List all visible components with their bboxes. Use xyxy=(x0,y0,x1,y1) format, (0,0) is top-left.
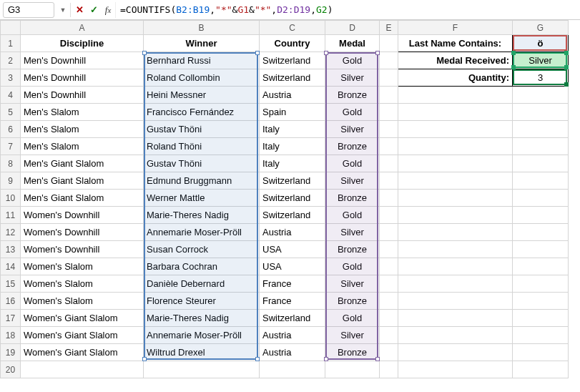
cell[interactable] xyxy=(398,241,513,258)
cell[interactable]: Francisco Fernández xyxy=(144,104,260,121)
cell[interactable] xyxy=(380,35,398,52)
cell[interactable]: France xyxy=(260,293,325,310)
cell[interactable]: Silver xyxy=(325,121,380,138)
cell[interactable]: Bernhard Russi xyxy=(144,52,260,69)
cell[interactable]: Susan Corrock xyxy=(144,241,260,258)
cell[interactable]: Bronze xyxy=(325,87,380,104)
cell[interactable]: Silver xyxy=(325,275,380,293)
cell[interactable]: Roland Thöni xyxy=(144,138,260,155)
cell[interactable]: Country xyxy=(260,35,325,52)
row-header[interactable]: 14 xyxy=(1,258,21,275)
cell[interactable] xyxy=(513,344,569,361)
cell[interactable] xyxy=(380,224,398,241)
cell[interactable]: Medal xyxy=(325,35,380,52)
cell[interactable] xyxy=(513,138,569,155)
cell[interactable] xyxy=(398,327,513,344)
cell[interactable] xyxy=(380,155,398,172)
cell[interactable]: Winner xyxy=(144,35,260,52)
cell[interactable]: Bronze xyxy=(325,344,380,361)
label-last-name-contains[interactable]: Last Name Contains: xyxy=(398,35,513,52)
row-header[interactable]: 20 xyxy=(1,361,21,378)
row-header[interactable]: 9 xyxy=(1,172,21,190)
col-header-D[interactable]: D xyxy=(325,21,380,35)
cell[interactable]: Men's Downhill xyxy=(21,87,144,104)
cell[interactable] xyxy=(513,87,569,104)
col-header-C[interactable]: C xyxy=(260,21,325,35)
cell[interactable] xyxy=(398,155,513,172)
cell[interactable] xyxy=(398,104,513,121)
row-header[interactable]: 19 xyxy=(1,344,21,361)
cell[interactable] xyxy=(513,361,569,378)
cell[interactable] xyxy=(398,190,513,207)
cell[interactable]: Roland Collombin xyxy=(144,69,260,87)
cell[interactable]: Annemarie Moser-Pröll xyxy=(144,224,260,241)
cell[interactable]: Bronze xyxy=(325,138,380,155)
row-header[interactable]: 12 xyxy=(1,224,21,241)
cell[interactable]: Gold xyxy=(325,207,380,224)
cell[interactable] xyxy=(398,138,513,155)
cell[interactable]: Wiltrud Drexel xyxy=(144,344,260,361)
cell[interactable]: Men's Slalom xyxy=(21,121,144,138)
cell[interactable]: Gold xyxy=(325,155,380,172)
cell[interactable]: Austria xyxy=(260,87,325,104)
row-header[interactable]: 2 xyxy=(1,52,21,69)
cell[interactable]: Austria xyxy=(260,344,325,361)
row-header[interactable]: 10 xyxy=(1,190,21,207)
cell[interactable] xyxy=(380,275,398,293)
cell[interactable]: Gustav Thöni xyxy=(144,155,260,172)
cell[interactable]: Men's Giant Slalom xyxy=(21,172,144,190)
cell[interactable]: Women's Downhill xyxy=(21,224,144,241)
cell[interactable]: Marie-Theres Nadig xyxy=(144,207,260,224)
cell[interactable]: Women's Slalom xyxy=(21,293,144,310)
cell[interactable] xyxy=(513,293,569,310)
cell[interactable]: Annemarie Moser-Pröll xyxy=(144,327,260,344)
col-header-E[interactable]: E xyxy=(380,21,398,35)
cell-G1[interactable]: ö xyxy=(513,35,569,52)
cell[interactable] xyxy=(380,241,398,258)
cell[interactable] xyxy=(380,87,398,104)
row-header[interactable]: 3 xyxy=(1,69,21,87)
cell[interactable]: Austria xyxy=(260,224,325,241)
cell[interactable]: Switzerland xyxy=(260,310,325,327)
cell[interactable] xyxy=(380,310,398,327)
cell[interactable]: Spain xyxy=(260,104,325,121)
formula-input[interactable]: =COUNTIFS(B2:B19,"*"&G1&"*",D2:D19,G2) xyxy=(115,2,580,18)
fx-button[interactable]: fx xyxy=(101,2,115,18)
cell[interactable] xyxy=(513,224,569,241)
cell[interactable] xyxy=(380,104,398,121)
cell[interactable]: Women's Slalom xyxy=(21,258,144,275)
cell[interactable] xyxy=(398,87,513,104)
cell[interactable] xyxy=(380,344,398,361)
cell[interactable] xyxy=(398,310,513,327)
cell[interactable] xyxy=(380,121,398,138)
cell[interactable]: Silver xyxy=(513,52,569,69)
cell[interactable]: Gold xyxy=(325,258,380,275)
row-header[interactable]: 13 xyxy=(1,241,21,258)
cell[interactable]: Bronze xyxy=(325,293,380,310)
col-header-G[interactable]: G xyxy=(513,21,569,35)
row-header[interactable]: 17 xyxy=(1,310,21,327)
select-all-corner[interactable] xyxy=(1,21,21,35)
col-header-B[interactable]: B xyxy=(144,21,260,35)
cell[interactable]: Men's Downhill xyxy=(21,69,144,87)
cell[interactable] xyxy=(380,138,398,155)
cell[interactable] xyxy=(513,155,569,172)
row-header[interactable]: 6 xyxy=(1,121,21,138)
cell[interactable]: Heini Messner xyxy=(144,87,260,104)
cell[interactable]: Bronze xyxy=(325,241,380,258)
cell[interactable]: Women's Slalom xyxy=(21,275,144,293)
cell[interactable]: Women's Downhill xyxy=(21,241,144,258)
cell[interactable]: Medal Received: xyxy=(398,52,513,69)
cell[interactable]: Italy xyxy=(260,121,325,138)
cell[interactable] xyxy=(398,361,513,378)
cell[interactable]: Quantity: xyxy=(398,69,513,87)
cell[interactable]: Women's Giant Slalom xyxy=(21,327,144,344)
cell[interactable]: Florence Steurer xyxy=(144,293,260,310)
cell[interactable]: Women's Giant Slalom xyxy=(21,344,144,361)
row-header[interactable]: 8 xyxy=(1,155,21,172)
cell[interactable] xyxy=(380,327,398,344)
cell[interactable] xyxy=(398,207,513,224)
cell[interactable]: Gustav Thöni xyxy=(144,121,260,138)
cell[interactable]: Men's Slalom xyxy=(21,104,144,121)
col-header-F[interactable]: F xyxy=(398,21,513,35)
